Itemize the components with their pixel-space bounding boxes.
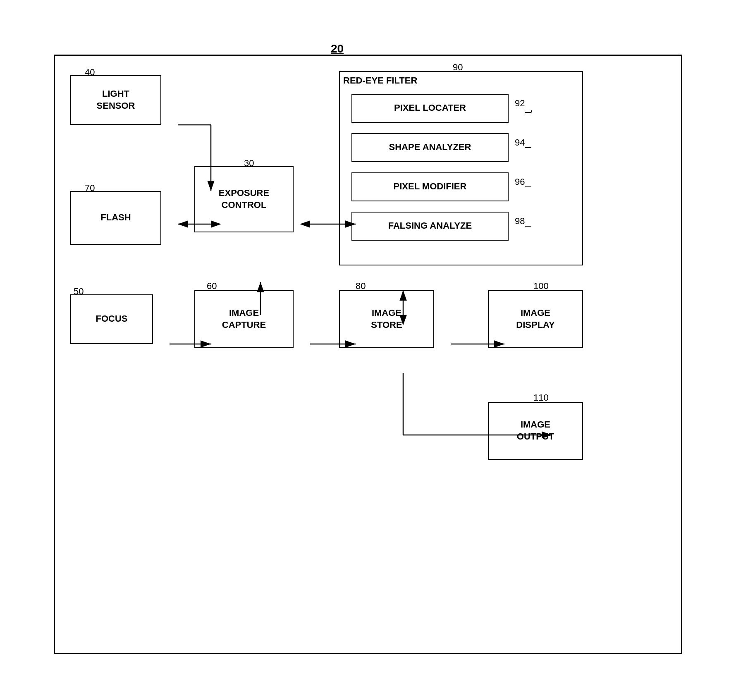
- diagram-wrapper: 20 40 70 50 30 60 80 100 110 90 92 94 96…: [37, 30, 699, 671]
- shape-analyzer-box: SHAPE ANALYZER: [351, 133, 509, 162]
- light-sensor-box: LIGHTSENSOR: [70, 75, 161, 125]
- exposure-control-box: EXPOSURECONTROL: [194, 166, 294, 232]
- pixel-modifier-box: PIXEL MODIFIER: [351, 172, 509, 201]
- pixel-locater-box: PIXEL LOCATER: [351, 94, 509, 123]
- diagram-ref-20: 20: [331, 42, 344, 55]
- image-capture-box: IMAGECAPTURE: [194, 290, 294, 348]
- image-display-box: IMAGEDISPLAY: [488, 290, 583, 348]
- falsing-analyze-box: FALSING ANALYZE: [351, 212, 509, 241]
- image-store-box: IMAGESTORE: [339, 290, 434, 348]
- image-output-box: IMAGEOUTPUT: [488, 402, 583, 460]
- flash-box: FLASH: [70, 191, 161, 245]
- focus-box: FOCUS: [70, 294, 153, 344]
